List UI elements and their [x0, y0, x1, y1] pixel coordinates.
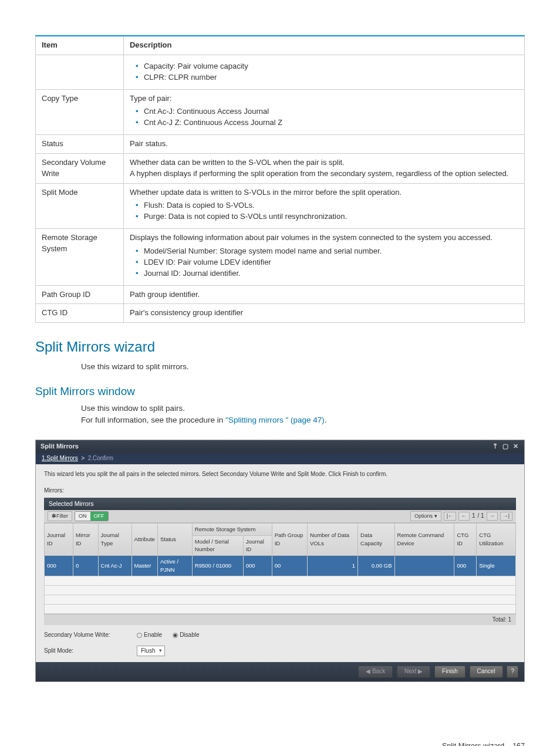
wizard-title: Split Mirrors	[41, 442, 79, 451]
filter-button[interactable]: ✽Filter	[48, 511, 72, 521]
filter-bar: ✽Filter ON OFF Options ▾ |← ← 1 / 1 → →|	[44, 510, 516, 523]
split-mirrors-wizard: Split Mirrors ⤒ ▢ ✕ 1.Split Mirrors > 2.…	[35, 440, 525, 682]
finish-button[interactable]: Finish	[434, 666, 465, 678]
grid-row-empty	[45, 595, 516, 604]
wizard-instruction: This wizard lets you split the all pairs…	[44, 470, 516, 479]
section-heading: Split Mirrors wizard	[35, 337, 525, 357]
subsection-heading: Split Mirrors window	[35, 383, 525, 400]
subsection-body2: For full information, see the procedure …	[81, 414, 525, 426]
window-restore-icon[interactable]: ▢	[501, 442, 510, 451]
grid-row-empty	[45, 576, 516, 585]
filter-toggle[interactable]: ON OFF	[75, 511, 109, 521]
window-minimize-icon[interactable]: ⤒	[491, 442, 500, 451]
radio-enable[interactable]: Enable	[137, 631, 162, 640]
page-prev-icon[interactable]: ←	[458, 512, 470, 521]
split-mode-row: Split Mode: Flush	[44, 646, 516, 657]
page-footer: Split Mirrors wizard 167	[35, 741, 525, 746]
mirrors-label: Mirrors:	[44, 487, 516, 495]
section-body: Use this wizard to split mirrors.	[81, 361, 525, 373]
table-row: Copy Type Type of pair: Cnt Ac-J: Contin…	[36, 89, 525, 135]
col-description: Description	[123, 36, 524, 55]
secondary-volume-write-row: Secondary Volume Write: Enable Disable	[44, 631, 516, 640]
wizard-titlebar: Split Mirrors ⤒ ▢ ✕	[36, 440, 524, 453]
page-total: / 1	[478, 512, 484, 521]
next-button[interactable]: Next ▶	[397, 666, 430, 678]
subsection-body: Use this window to split pairs.	[81, 403, 525, 414]
table-row: Split Mode Whether update data is writte…	[36, 183, 525, 229]
options-button[interactable]: Options ▾	[410, 511, 441, 521]
selected-mirrors-panel-title: Selected Mirrors	[44, 498, 516, 510]
wizard-breadcrumb: 1.Split Mirrors > 2.Confirm	[36, 453, 524, 464]
table-row: Secondary Volume Write Whether data can …	[36, 153, 525, 183]
help-button[interactable]: ?	[507, 666, 518, 678]
link-splitting-mirrors[interactable]: "Splitting mirrors " (page 47)	[225, 416, 325, 424]
back-button[interactable]: ◀ Back	[358, 666, 393, 678]
page-last-icon[interactable]: →|	[500, 512, 512, 521]
grid-row-empty	[45, 585, 516, 595]
table-row: Status Pair status.	[36, 135, 525, 154]
cancel-button[interactable]: Cancel	[470, 666, 503, 678]
table-row: Remote Storage System Displays the follo…	[36, 229, 525, 285]
split-mode-select[interactable]: Flush	[137, 646, 165, 657]
page-current: 1	[472, 512, 475, 521]
grid-row-empty	[45, 604, 516, 613]
wizard-footer: ◀ Back Next ▶ Finish Cancel ?	[36, 662, 524, 681]
selected-mirrors-grid: Journal ID Mirror ID Journal Type Attrib…	[44, 523, 516, 614]
page-next-icon[interactable]: →	[487, 512, 498, 521]
crumb-step1[interactable]: 1.Split Mirrors	[42, 455, 78, 461]
radio-disable[interactable]: Disable	[173, 631, 199, 640]
grid-row-selected[interactable]: 000 0 Cnt Ac-J Master Active / PJNN R950…	[45, 556, 516, 576]
window-close-icon[interactable]: ✕	[511, 442, 519, 451]
crumb-step2: 2.Confirm	[88, 455, 113, 461]
page-first-icon[interactable]: |←	[444, 512, 456, 521]
item-description-table: Item Description Capacity: Pair volume c…	[35, 35, 525, 323]
table-row: CTG ID Pair's consistency group identifi…	[36, 304, 525, 323]
table-row: Path Group ID Path group identifier.	[36, 285, 525, 304]
table-row: Capacity: Pair volume capacity CLPR: CLP…	[36, 55, 525, 89]
grid-total: Total: 1	[44, 614, 516, 626]
col-item: Item	[36, 36, 124, 55]
